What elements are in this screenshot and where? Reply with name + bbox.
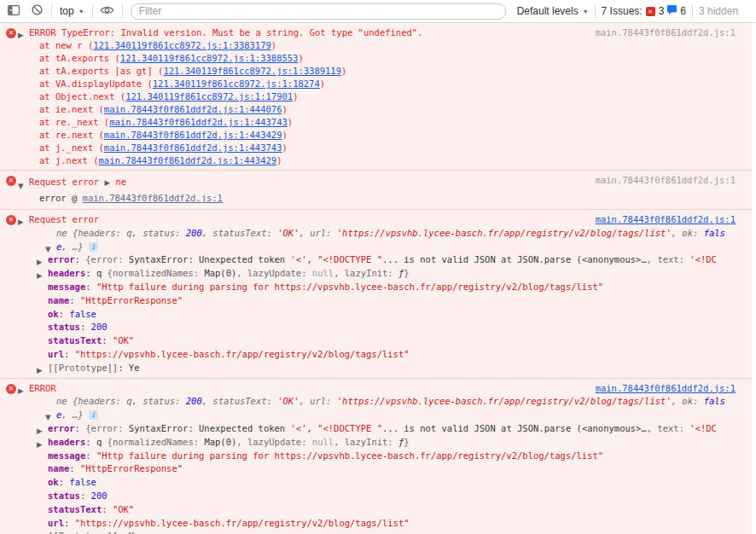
stack-link[interactable]: main.78443f0f861ddf2d.js:1:443429 bbox=[99, 155, 277, 165]
text-segment: q bbox=[96, 268, 108, 278]
console-row: ok: false bbox=[0, 476, 752, 490]
info-icon: i bbox=[89, 410, 98, 420]
hidden-messages-count: 3 hidden bbox=[699, 5, 738, 17]
console-row: message: "Http failure during parsing fo… bbox=[0, 450, 752, 463]
text-segment: Map(0) bbox=[204, 268, 236, 278]
expand-arrow-icon[interactable]: ▶ bbox=[37, 270, 43, 281]
text-segment: ) bbox=[282, 104, 287, 114]
expand-arrow-icon[interactable]: ▶ bbox=[37, 256, 43, 267]
console-row: at j.next (main.78443f0f861ddf2d.js:1:44… bbox=[0, 154, 752, 167]
text-segment: null bbox=[312, 437, 334, 447]
text-segment: : bbox=[80, 322, 91, 332]
console-row: ▶ERROR TypeError: Invalid version. Must … bbox=[0, 26, 752, 39]
stack-link[interactable]: main.78443f0f861ddf2d.js:1:443429 bbox=[104, 130, 282, 140]
issues-label: 7 Issues: bbox=[602, 5, 643, 17]
console-row: error @ main.78443f0f861ddf2d.js:1 bbox=[0, 190, 752, 206]
text-segment: at VA.displayUpdate ( bbox=[39, 78, 153, 89]
stack-link[interactable]: main.78443f0f861ddf2d.js:1:443743 bbox=[109, 117, 288, 127]
text-segment: fals bbox=[704, 228, 725, 238]
stack-link[interactable]: main.78443f0f861ddf2d.js:1:443743 bbox=[104, 142, 282, 153]
stack-link[interactable]: 121.340119f861cc8972.js:1:3388553 bbox=[120, 53, 299, 63]
javascript-context-selector[interactable]: top ▼ bbox=[58, 5, 86, 17]
expand-arrow-icon[interactable]: ▶ bbox=[18, 29, 24, 39]
text-segment: "OK" bbox=[113, 335, 134, 345]
stack-link[interactable]: 121.340119f861cc8972.js:1:17901 bbox=[125, 91, 293, 102]
text-segment: name bbox=[48, 295, 69, 305]
issues-counter[interactable]: 7 Issues: ✕ 3 6 bbox=[602, 5, 686, 17]
console-row: status: 200 bbox=[0, 490, 752, 503]
text-segment: "HttpErrorResponse" bbox=[80, 295, 183, 305]
text-segment: Map(0) bbox=[204, 437, 236, 447]
text-segment: {headers: q, status: bbox=[73, 228, 186, 238]
text-segment: url bbox=[48, 349, 64, 359]
text-segment: at new r ( bbox=[39, 40, 93, 50]
text-segment: fals bbox=[704, 396, 725, 406]
toolbar-divider bbox=[122, 4, 123, 18]
console-row: ▼e, …}i bbox=[0, 409, 752, 422]
text-segment: : bbox=[75, 254, 86, 264]
filter-input[interactable] bbox=[131, 3, 506, 20]
console-row: statusText: "OK" bbox=[0, 503, 752, 517]
console-row: ▶headers: q {normalizedNames: Map(0), la… bbox=[0, 267, 752, 281]
text-segment: ) bbox=[271, 40, 276, 50]
text-segment: headers bbox=[48, 268, 85, 278]
text-segment: ) bbox=[293, 91, 298, 102]
stack-link[interactable]: 121.340119f861cc8972.js:1:3389119 bbox=[163, 66, 341, 76]
text-segment: at ie.next ( bbox=[39, 104, 104, 114]
console-row: url: "https://vpsvhb.lycee-basch.fr/app/… bbox=[0, 517, 752, 531]
text-segment: } bbox=[404, 268, 409, 278]
stack-link[interactable]: 121.340119f861cc8972.js:1:3383179 bbox=[93, 40, 271, 50]
text-segment: ok bbox=[48, 309, 59, 319]
text-segment: ERROR TypeError: Invalid version. Must b… bbox=[29, 27, 422, 38]
clear-console-button[interactable] bbox=[28, 3, 45, 20]
text-segment: ne bbox=[56, 396, 73, 406]
console-row: ▼e, …}i bbox=[0, 241, 752, 254]
text-segment: null bbox=[312, 268, 334, 278]
chevron-down-icon: ▼ bbox=[583, 9, 589, 15]
expand-arrow-icon[interactable]: ▶ bbox=[37, 425, 43, 436]
expand-arrow-icon[interactable]: ▶ bbox=[18, 216, 24, 227]
text-segment: ) bbox=[282, 130, 287, 140]
live-expression-button[interactable] bbox=[99, 3, 116, 20]
expand-arrow-icon[interactable]: ▶ bbox=[37, 438, 43, 450]
console-row: at re.next (main.78443f0f861ddf2d.js:1:4… bbox=[0, 129, 752, 142]
text-segment: "<!DOCTYPE " bbox=[317, 254, 382, 264]
stack-link[interactable]: main.78443f0f861ddf2d.js:1:444076 bbox=[104, 104, 282, 114]
console-row: ▶Request error bbox=[0, 213, 752, 227]
stack-link[interactable]: 121.340119f861cc8972.js:1:18274 bbox=[153, 78, 320, 89]
expand-arrow-icon[interactable]: ▶ bbox=[18, 385, 24, 396]
console-row: at ie.next (main.78443f0f861ddf2d.js:1:4… bbox=[0, 103, 752, 116]
expand-arrow-icon[interactable]: ▼ bbox=[45, 243, 51, 254]
text-segment: , lazyInit: bbox=[334, 268, 398, 278]
text-segment: , lazyUpdate: bbox=[236, 437, 312, 447]
log-levels-label: Default levels bbox=[517, 5, 579, 17]
console-row: ok: false bbox=[0, 308, 752, 322]
issue-info-icon bbox=[667, 5, 677, 17]
text-segment: "https://vpsvhb.lycee-basch.fr/app/regis… bbox=[75, 518, 410, 528]
console-row: status: 200 bbox=[0, 321, 752, 334]
text-segment: at tA.exports [as gt] ( bbox=[39, 66, 163, 76]
text-segment: error bbox=[48, 254, 75, 264]
text-segment: ok bbox=[48, 477, 59, 487]
text-segment: 'OK' bbox=[277, 228, 299, 238]
expand-arrow-icon[interactable]: ▼ bbox=[45, 411, 51, 422]
text-segment: {error: bbox=[85, 423, 129, 433]
source-link[interactable]: main.78443f0f861ddf2d.js:1 bbox=[83, 193, 223, 203]
text-segment: : bbox=[85, 282, 96, 292]
expand-arrow-icon[interactable]: ▶ bbox=[37, 364, 43, 375]
console-row: ▶headers: q {normalizedNames: Map(0), la… bbox=[0, 436, 752, 450]
text-segment: ... is not valid JSON at JSON.parse (<an… bbox=[382, 423, 647, 433]
console-sidebar-toggle-button[interactable] bbox=[5, 3, 22, 20]
text-segment: : bbox=[118, 363, 129, 373]
text-segment: : bbox=[85, 268, 96, 278]
log-levels-selector[interactable]: Default levels ▼ bbox=[517, 5, 589, 17]
text-segment: "HttpErrorResponse" bbox=[80, 463, 183, 473]
text-segment: 200 bbox=[91, 322, 108, 332]
text-segment: error bbox=[48, 423, 75, 433]
console-row: at tA.exports [as gt] (121.340119f861cc8… bbox=[0, 65, 752, 78]
expand-arrow-icon[interactable]: ▼ bbox=[18, 178, 24, 190]
text-segment: statusText bbox=[48, 335, 102, 345]
text-segment: : bbox=[85, 437, 96, 447]
text-segment: "<!DOCTYPE " bbox=[317, 423, 382, 433]
text-segment: : bbox=[64, 518, 75, 528]
